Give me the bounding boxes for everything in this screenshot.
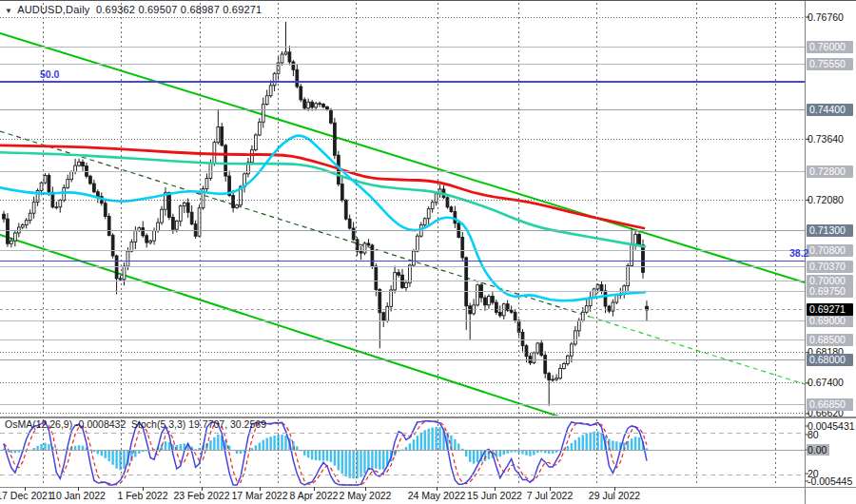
stoch-values: 19.7707, 30.2569 xyxy=(188,418,266,430)
current-price-label: 0.69271 xyxy=(807,303,853,316)
price-level-label: 0.74400 xyxy=(807,104,853,116)
price-level-label: 0.68500 xyxy=(807,334,853,346)
price-level-label: 0.69750 xyxy=(807,285,853,298)
price-axis-label: 0.76760 xyxy=(807,11,854,24)
panel-axis-label: 0.00 xyxy=(807,445,827,456)
date-axis-label[interactable]: 2 May 2022 xyxy=(325,490,405,501)
symbol-dropdown-icon[interactable]: ▼ xyxy=(5,7,12,15)
price-axis-label: 0.67400 xyxy=(807,377,854,389)
osma-label: OsMA(12,26,9) xyxy=(5,418,72,430)
stoch-label: Stoch(5,3,3) xyxy=(131,418,185,430)
indicator-values-line: OsMA(12,26,9) -0.0008432 Stoch(5,3,3) 19… xyxy=(5,418,266,430)
trading-chart-window: ▼AUDUSD,Daily 0.69362 0.69507 0.68987 0.… xyxy=(0,0,856,504)
price-level-label: 0.70800 xyxy=(807,244,853,257)
fib-level-label: 38.2 xyxy=(789,247,808,259)
fib-level-label: 50.0 xyxy=(40,68,59,80)
price-level-label: 0.75550 xyxy=(807,58,853,70)
panel-axis-label: 80 xyxy=(807,430,819,440)
ohlc-quote-values: 0.69362 0.69507 0.68987 0.69271 xyxy=(96,4,262,15)
price-level-label: 0.76000 xyxy=(807,41,853,53)
osma-value: -0.0008432 xyxy=(75,418,126,430)
price-level-label: 0.68000 xyxy=(807,354,853,366)
price-level-label: 0.72800 xyxy=(807,165,853,178)
symbol-info-line: ▼AUDUSD,Daily 0.69362 0.69507 0.68987 0.… xyxy=(5,4,262,15)
price-level-label: 0.70370 xyxy=(807,261,853,273)
price-level-label: 0.66850 xyxy=(807,398,853,411)
price-level-label: 0.69000 xyxy=(807,315,853,327)
symbol-timeframe-label: AUDUSD,Daily xyxy=(17,4,89,15)
price-level-label: 0.71300 xyxy=(807,224,853,237)
panel-axis-label: -0.005445 xyxy=(807,476,852,487)
date-axis-label[interactable]: 29 Jul 2022 xyxy=(574,490,654,501)
price-axis-label: 0.73640 xyxy=(807,133,854,145)
price-axis-label: 0.72080 xyxy=(807,194,854,206)
